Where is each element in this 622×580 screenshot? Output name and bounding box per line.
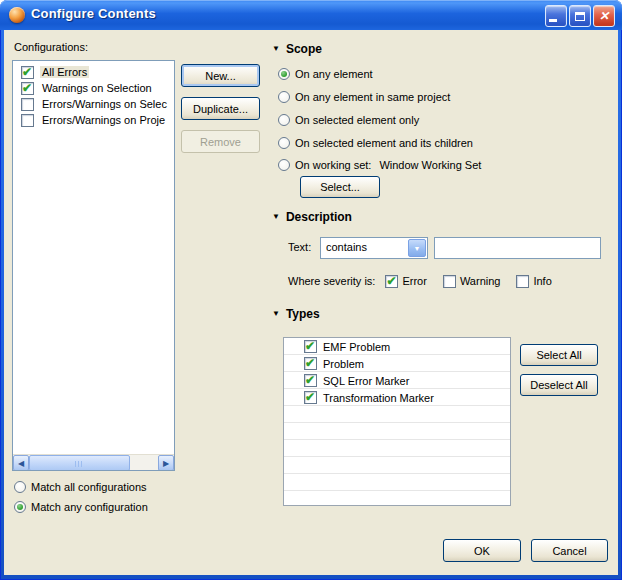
horizontal-scrollbar[interactable]: ◀ ▶ — [13, 454, 174, 470]
scroll-thumb[interactable] — [29, 455, 130, 471]
chevron-down-icon: ▼ — [414, 245, 421, 252]
description-header-label: Description — [286, 210, 352, 224]
config-item-errors-warnings-on-project[interactable]: Errors/Warnings on Proje — [13, 112, 174, 128]
config-item-label: Warnings on Selection — [40, 82, 154, 94]
configurations-list[interactable]: All Errors Warnings on Selection Errors/… — [12, 60, 175, 471]
type-item-label: Problem — [323, 358, 364, 370]
scope-option-selected-only[interactable]: On selected element only — [278, 112, 419, 127]
match-any-label: Match any configuration — [31, 501, 148, 513]
type-checkbox-sql-error-marker[interactable] — [304, 374, 317, 387]
scroll-left-button[interactable]: ◀ — [13, 455, 29, 471]
minimize-icon — [549, 19, 557, 22]
severity-checkbox-info[interactable] — [516, 275, 529, 288]
text-match-combo[interactable]: contains ▼ — [320, 237, 428, 259]
type-checkbox-emf-problem[interactable] — [304, 340, 317, 353]
scope-radio-selected-children[interactable] — [278, 137, 290, 149]
scope-option-label: On working set: — [295, 159, 371, 171]
scope-radio-working-set[interactable] — [278, 159, 290, 171]
type-item-label: SQL Error Marker — [323, 375, 409, 387]
scope-header-label: Scope — [286, 42, 322, 56]
working-set-name: Window Working Set — [379, 159, 481, 171]
types-section-header[interactable]: ▼ Types — [272, 307, 320, 321]
type-item-problem[interactable]: Problem — [284, 355, 510, 372]
match-all-label: Match all configurations — [31, 481, 147, 493]
severity-row: Where severity is: Error Warning Info — [288, 273, 552, 289]
types-header-label: Types — [286, 307, 320, 321]
match-any-radio[interactable] — [14, 501, 26, 513]
match-any-radio-row[interactable]: Match any configuration — [14, 499, 148, 515]
match-all-radio[interactable] — [14, 481, 26, 493]
scope-radio-on-any-element[interactable] — [278, 68, 290, 80]
configurations-label: Configurations: — [14, 41, 88, 53]
collapse-icon: ▼ — [272, 45, 280, 53]
select-all-button[interactable]: Select All — [520, 344, 598, 366]
severity-checkbox-error[interactable] — [385, 275, 398, 288]
scope-radio-same-project[interactable] — [278, 91, 290, 103]
types-list[interactable]: EMF Problem Problem SQL Error Marker Tra… — [283, 337, 511, 506]
scope-option-working-set[interactable]: On working set: Window Working Set — [278, 157, 481, 172]
config-item-label: All Errors — [40, 66, 89, 78]
scope-option-on-any-element[interactable]: On any element — [278, 66, 373, 81]
match-all-radio-row[interactable]: Match all configurations — [14, 479, 147, 495]
scope-option-label: On any element — [295, 68, 373, 80]
type-item-label: Transformation Marker — [323, 392, 434, 404]
maximize-button[interactable] — [569, 5, 591, 27]
scope-radio-selected-only[interactable] — [278, 114, 290, 126]
type-item-transformation-marker[interactable]: Transformation Marker — [284, 389, 510, 406]
scope-section-header[interactable]: ▼ Scope — [272, 42, 322, 56]
dialog-icon — [9, 7, 25, 23]
titlebar[interactable]: Configure Contents ✕ — [0, 0, 622, 30]
config-item-errors-warnings-on-selection[interactable]: Errors/Warnings on Selec — [13, 96, 174, 112]
scroll-left-icon: ◀ — [18, 459, 24, 468]
maximize-icon — [575, 12, 585, 21]
severity-error-label: Error — [402, 275, 426, 287]
minimize-button[interactable] — [545, 5, 567, 27]
config-checkbox-warnings-on-selection[interactable] — [21, 82, 34, 95]
scope-option-label: On selected element only — [295, 114, 419, 126]
severity-label: Where severity is: — [288, 275, 375, 287]
dialog-body: Configurations: All Errors Warnings on S… — [4, 30, 618, 575]
config-item-warnings-on-selection[interactable]: Warnings on Selection — [13, 80, 174, 96]
type-checkbox-transformation-marker[interactable] — [304, 391, 317, 404]
combo-arrow-button[interactable]: ▼ — [408, 239, 426, 257]
config-checkbox-errors-warnings-on-project[interactable] — [21, 114, 34, 127]
cancel-button[interactable]: Cancel — [531, 539, 608, 562]
type-item-label: EMF Problem — [323, 341, 390, 353]
new-button[interactable]: New... — [181, 64, 260, 87]
description-text-input[interactable] — [434, 237, 601, 259]
scope-option-same-project[interactable]: On any element in same project — [278, 89, 450, 104]
text-label: Text: — [288, 241, 311, 253]
remove-button[interactable]: Remove — [181, 130, 260, 153]
close-icon: ✕ — [599, 10, 609, 22]
close-button[interactable]: ✕ — [593, 5, 615, 27]
type-checkbox-problem[interactable] — [304, 357, 317, 370]
window-title: Configure Contents — [31, 6, 156, 21]
severity-warning-label: Warning — [460, 275, 501, 287]
config-checkbox-all-errors[interactable] — [21, 66, 34, 79]
combo-selected-value: contains — [326, 241, 367, 253]
severity-checkbox-warning[interactable] — [443, 275, 456, 288]
scope-option-selected-children[interactable]: On selected element and its children — [278, 135, 473, 150]
select-working-set-button[interactable]: Select... — [300, 176, 380, 198]
scroll-right-icon: ▶ — [163, 459, 169, 468]
deselect-all-button[interactable]: Deselect All — [520, 374, 598, 396]
type-item-sql-error-marker[interactable]: SQL Error Marker — [284, 372, 510, 389]
collapse-icon: ▼ — [272, 213, 280, 221]
scroll-right-button[interactable]: ▶ — [158, 455, 174, 471]
duplicate-button[interactable]: Duplicate... — [181, 97, 260, 120]
description-section-header[interactable]: ▼ Description — [272, 210, 352, 224]
config-checkbox-errors-warnings-on-selection[interactable] — [21, 98, 34, 111]
config-item-label: Errors/Warnings on Selec — [40, 98, 169, 110]
config-item-all-errors[interactable]: All Errors — [13, 64, 174, 80]
scope-option-label: On selected element and its children — [295, 137, 473, 149]
ok-button[interactable]: OK — [443, 539, 521, 562]
type-item-emf-problem[interactable]: EMF Problem — [284, 338, 510, 355]
collapse-icon: ▼ — [272, 310, 280, 318]
configure-contents-dialog: Configure Contents ✕ Configurations: All… — [0, 0, 622, 580]
scope-option-label: On any element in same project — [295, 91, 450, 103]
severity-info-label: Info — [533, 275, 551, 287]
config-item-label: Errors/Warnings on Proje — [40, 114, 167, 126]
